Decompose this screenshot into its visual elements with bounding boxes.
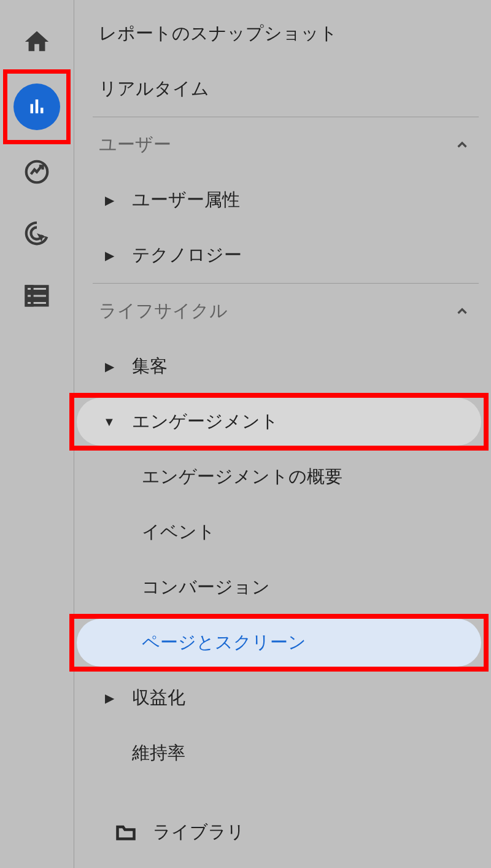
nav-library[interactable]: ライブラリ — [74, 808, 491, 857]
nav-realtime[interactable]: リアルタイム — [74, 61, 491, 117]
nav-explore[interactable] — [6, 141, 68, 203]
label: ライフサイクル — [99, 299, 228, 324]
label: コンバージョン — [142, 575, 270, 600]
label: ページとスクリーン — [142, 630, 306, 655]
label: ライブラリ — [153, 820, 245, 845]
target-click-icon — [23, 219, 51, 247]
chevron-down-icon: ▼ — [99, 415, 120, 429]
label: 集客 — [132, 354, 168, 379]
nav-retention[interactable]: ▶ 維持率 — [74, 726, 491, 781]
label: テクノロジー — [132, 243, 242, 268]
folder-icon — [115, 821, 137, 843]
nav-reports[interactable] — [6, 72, 68, 141]
section-user[interactable]: ユーザー — [74, 117, 491, 172]
chevron-right-icon: ▶ — [99, 359, 120, 374]
trend-circle-icon — [23, 158, 51, 186]
reports-nav-panel: レポートのスナップショット リアルタイム ユーザー ▶ ユーザー属性 ▶ テクノ… — [74, 0, 491, 868]
nav-engagement[interactable]: ▼ エンゲージメント — [74, 394, 491, 449]
label: レポートのスナップショット — [99, 21, 338, 46]
label: エンゲージメント — [132, 409, 279, 434]
nav-technology[interactable]: ▶ テクノロジー — [74, 228, 491, 283]
nav-configure[interactable] — [6, 264, 68, 325]
nav-home[interactable] — [6, 11, 68, 72]
chevron-right-icon: ▶ — [99, 248, 120, 263]
nav-report-snapshot[interactable]: レポートのスナップショット — [74, 6, 491, 61]
chevron-right-icon: ▶ — [99, 691, 120, 705]
label: リアルタイム — [99, 77, 209, 101]
bar-chart-icon — [26, 96, 48, 118]
nav-engagement-overview[interactable]: エンゲージメントの概要 — [74, 449, 491, 505]
chevron-up-icon — [454, 303, 470, 319]
label: 維持率 — [132, 741, 185, 765]
nav-acquisition[interactable]: ▶ 集客 — [74, 339, 491, 394]
label: 収益化 — [132, 686, 185, 710]
home-icon — [23, 28, 51, 56]
nav-advertising[interactable] — [6, 203, 68, 264]
list-table-icon — [23, 281, 51, 309]
chevron-up-icon — [454, 137, 470, 153]
label: ユーザー属性 — [132, 188, 240, 212]
nav-user-attributes[interactable]: ▶ ユーザー属性 — [74, 172, 491, 228]
label: エンゲージメントの概要 — [142, 465, 342, 489]
label: イベント — [142, 520, 215, 544]
nav-monetization[interactable]: ▶ 収益化 — [74, 670, 491, 726]
label: ユーザー — [99, 133, 171, 157]
nav-events[interactable]: イベント — [74, 505, 491, 560]
section-lifecycle[interactable]: ライフサイクル — [74, 284, 491, 339]
nav-conversions[interactable]: コンバージョン — [74, 560, 491, 615]
chevron-right-icon: ▶ — [99, 193, 120, 207]
nav-pages-screens[interactable]: ページとスクリーン — [74, 615, 491, 670]
